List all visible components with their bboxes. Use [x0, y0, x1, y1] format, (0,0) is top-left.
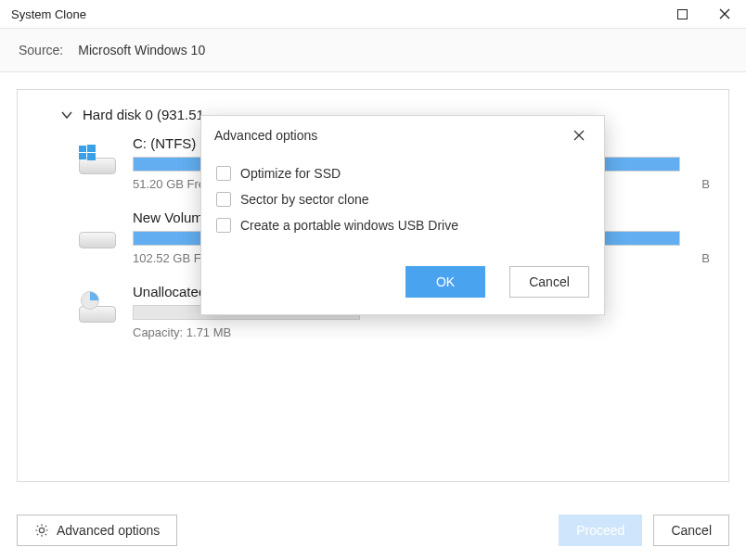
- option-portable-usb[interactable]: Create a portable windows USB Drive: [216, 212, 589, 238]
- source-label: Source:: [19, 43, 63, 57]
- maximize-button[interactable]: [661, 0, 703, 28]
- advanced-options-label: Advanced options: [57, 523, 160, 538]
- advanced-options-button[interactable]: Advanced options: [17, 515, 177, 546]
- option-label: Optimize for SSD: [240, 166, 341, 181]
- partition-right: B: [701, 177, 710, 191]
- option-sector-by-sector[interactable]: Sector by sector clone: [216, 186, 589, 212]
- cancel-button[interactable]: Cancel: [653, 515, 729, 546]
- source-value: Microsoft Windows 10: [78, 43, 205, 57]
- svg-rect-0: [677, 9, 687, 19]
- proceed-button: Proceed: [559, 515, 642, 546]
- checkbox[interactable]: [216, 192, 231, 207]
- drive-icon: [79, 221, 116, 248]
- option-label: Create a portable windows USB Drive: [240, 218, 458, 233]
- svg-rect-6: [87, 153, 96, 160]
- chevron-down-icon: [60, 108, 73, 121]
- source-bar: Source: Microsoft Windows 10: [0, 28, 746, 72]
- drive-icon: [79, 295, 116, 323]
- title-bar: System Clone: [0, 0, 746, 28]
- dialog-ok-button[interactable]: OK: [405, 266, 485, 298]
- partition-right: B: [701, 251, 710, 265]
- dialog-cancel-button[interactable]: Cancel: [509, 266, 589, 298]
- dialog-close-button[interactable]: [567, 123, 591, 147]
- disk-header-label: Hard disk 0 (931.51: [83, 107, 204, 122]
- pie-icon: [81, 291, 99, 310]
- gear-icon: [34, 523, 49, 538]
- dialog-title: Advanced options: [214, 128, 317, 143]
- advanced-options-dialog: Advanced options Optimize for SSD Sector…: [200, 115, 605, 315]
- checkbox[interactable]: [216, 218, 231, 233]
- option-label: Sector by sector clone: [240, 192, 369, 207]
- windows-icon: [79, 145, 96, 161]
- checkbox[interactable]: [216, 166, 231, 181]
- svg-rect-4: [87, 145, 96, 152]
- window-title: System Clone: [11, 7, 86, 21]
- svg-rect-3: [79, 146, 86, 152]
- option-optimize-ssd[interactable]: Optimize for SSD: [216, 160, 589, 186]
- close-button[interactable]: [703, 0, 746, 28]
- svg-rect-5: [79, 153, 86, 159]
- footer-bar: Advanced options Proceed Cancel: [0, 499, 746, 560]
- partition-capacity: Capacity: 1.71 MB: [133, 325, 231, 339]
- drive-icon: [79, 146, 116, 174]
